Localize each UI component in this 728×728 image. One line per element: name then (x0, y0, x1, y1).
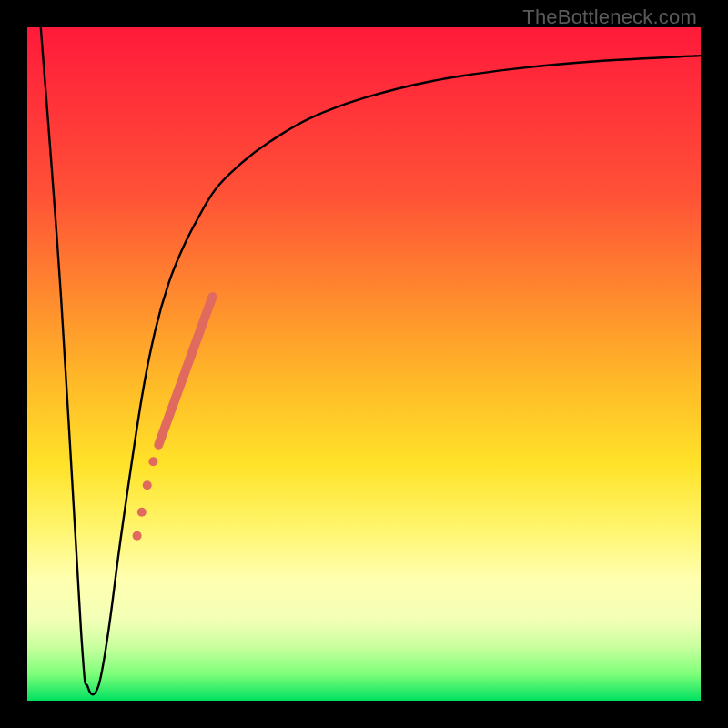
chart-svg (27, 27, 701, 701)
series-highlight-segment (158, 297, 212, 445)
point-highlight-dots-3 (133, 531, 142, 541)
point-highlight-dots-2 (137, 508, 147, 517)
chart-frame: TheBottleneck.com (0, 0, 728, 728)
point-highlight-dots-1 (143, 480, 152, 490)
series-curve (41, 27, 701, 694)
point-highlight-dots-0 (148, 457, 157, 466)
watermark-text: TheBottleneck.com (522, 5, 697, 29)
plot-area (27, 27, 701, 701)
